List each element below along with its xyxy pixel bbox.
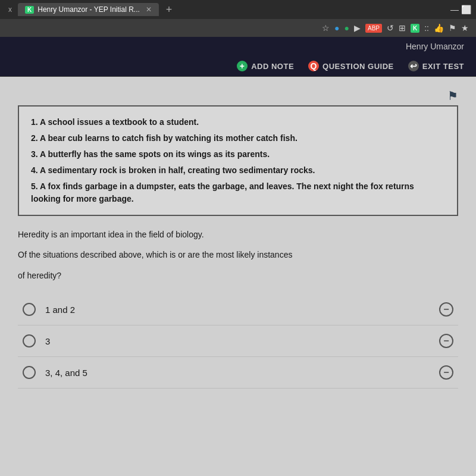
question-item-5: 5. A fox finds garbage in a dumpster, ea… xyxy=(31,180,445,205)
answer-text-1: 1 and 2 xyxy=(45,305,75,315)
star-icon[interactable]: ☆ xyxy=(322,23,330,33)
answer-text-3: 3, 4, and 5 xyxy=(45,368,87,378)
passage-line3: of heredity? xyxy=(18,269,458,282)
exit-test-button[interactable]: ↩ EXIT TEST xyxy=(408,61,464,71)
action-bar: + ADD NOTE Q QUESTION GUIDE ↩ EXIT TEST xyxy=(0,56,476,77)
question-box: 1. A school issues a textbook to a stude… xyxy=(18,105,458,216)
rotate-icon[interactable]: ↺ xyxy=(387,23,394,33)
question-item-2: 2. A bear cub learns to catch fish by wa… xyxy=(31,132,445,145)
flag-icon[interactable]: ⚑ xyxy=(447,89,458,103)
answer-choice-1[interactable]: 1 and 2 − xyxy=(18,294,458,325)
tab-bar: x K Henry Umanzor - YEP Initial R... ✕ +… xyxy=(0,0,476,19)
app-container: Henry Umanzor + ADD NOTE Q QUESTION GUID… xyxy=(0,37,476,476)
answer-choices: 1 and 2 − 3 − 3, 4, and 5 − xyxy=(18,294,458,389)
dots-icon[interactable]: :: xyxy=(424,23,429,33)
question-guide-icon: Q xyxy=(308,61,319,71)
new-tab-button[interactable]: + xyxy=(161,4,177,16)
toolbar: ☆ ● ● ▶ ABP ↺ ⊞ K :: 👍 ⚑ ★ xyxy=(0,19,476,37)
passage-line1: Heredity is an important idea in the fie… xyxy=(18,228,458,241)
radio-btn-2[interactable] xyxy=(23,334,36,347)
circle-blue-icon[interactable]: ● xyxy=(334,23,339,33)
flag-container: ⚑ xyxy=(18,89,458,103)
question-item-1: 1. A school issues a textbook to a stude… xyxy=(31,116,445,129)
thumbsup-icon[interactable]: 👍 xyxy=(434,23,444,33)
active-tab[interactable]: K Henry Umanzor - YEP Initial R... ✕ xyxy=(18,3,159,16)
content-area: ⚑ 1. A school issues a textbook to a stu… xyxy=(0,77,476,476)
answer-left-3: 3, 4, and 5 xyxy=(23,366,87,379)
add-note-icon: + xyxy=(237,61,248,71)
app-header: Henry Umanzor xyxy=(0,37,476,56)
radio-btn-3[interactable] xyxy=(23,366,36,379)
browser-chrome: x K Henry Umanzor - YEP Initial R... ✕ +… xyxy=(0,0,476,37)
restore-icon[interactable]: ⬜ xyxy=(461,5,471,14)
play-icon[interactable]: ▶ xyxy=(354,23,361,33)
exit-test-label: EXIT TEST xyxy=(422,62,464,71)
abp-icon[interactable]: ABP xyxy=(365,24,382,33)
answer-text-2: 3 xyxy=(45,336,50,346)
exit-test-icon: ↩ xyxy=(408,61,419,71)
star2-icon[interactable]: ★ xyxy=(461,23,469,33)
answer-choice-3[interactable]: 3, 4, and 5 − xyxy=(18,357,458,389)
question-guide-button[interactable]: Q QUESTION GUIDE xyxy=(308,61,394,71)
question-item-3: 3. A butterfly has the same spots on its… xyxy=(31,148,445,161)
tab-title: Henry Umanzor - YEP Initial R... xyxy=(37,5,140,14)
eliminate-btn-1[interactable]: − xyxy=(439,302,453,317)
eliminate-btn-2[interactable]: − xyxy=(439,334,453,348)
user-name: Henry Umanzor xyxy=(406,42,464,51)
add-note-button[interactable]: + ADD NOTE xyxy=(237,61,294,71)
answer-choice-2[interactable]: 3 − xyxy=(18,325,458,357)
flag-toolbar-icon[interactable]: ⚑ xyxy=(449,23,456,33)
k-icon[interactable]: K xyxy=(411,24,419,33)
question-item-4: 4. A sedimentary rock is broken in half,… xyxy=(31,164,445,177)
passage-line2: Of the situations described above, which… xyxy=(18,248,458,261)
radio-btn-1[interactable] xyxy=(23,303,36,316)
minimize-icon[interactable]: — xyxy=(450,5,459,14)
add-note-label: ADD NOTE xyxy=(251,62,294,71)
grid-icon[interactable]: ⊞ xyxy=(399,23,406,33)
tab-close-icon[interactable]: x xyxy=(5,4,15,15)
eliminate-btn-3[interactable]: − xyxy=(439,365,453,380)
tab-close-button[interactable]: ✕ xyxy=(146,5,152,14)
answer-left-2: 3 xyxy=(23,334,50,347)
tab-k-badge: K xyxy=(25,6,34,14)
question-guide-label: QUESTION GUIDE xyxy=(322,62,394,71)
answer-left-1: 1 and 2 xyxy=(23,303,75,316)
circle-green-icon[interactable]: ● xyxy=(345,23,349,33)
